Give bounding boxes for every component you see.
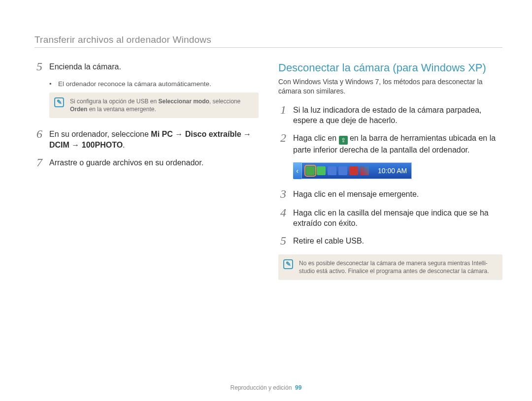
document-page: Transferir archivos al ordenador Windows… bbox=[0, 0, 532, 401]
section-subtitle: Con Windows Vista y Windows 7, los métod… bbox=[278, 77, 502, 96]
safely-remove-hardware-tray-icon bbox=[306, 166, 315, 175]
step-7: 7 Arrastre o guarde archivos en su orden… bbox=[34, 157, 259, 169]
bullet-text: El ordenador reconoce la cámara automáti… bbox=[58, 80, 211, 88]
page-header: Transferir archivos al ordenador Windows bbox=[34, 34, 502, 45]
note-box-usb: Si configura la opción de USB en Selecci… bbox=[49, 93, 259, 118]
left-column: 5 Encienda la cámara. • El ordenador rec… bbox=[34, 62, 259, 291]
step-5: 5 Encienda la cámara. bbox=[34, 62, 259, 73]
note-bold-1: Seleccionar modo bbox=[158, 98, 209, 105]
step-text: En su ordenador, seleccione Mi PC → Disc… bbox=[49, 129, 259, 150]
right-column: Desconectar la cámara (para Windows XP) … bbox=[278, 62, 502, 291]
page-number: 99 bbox=[295, 384, 301, 391]
tray-icon bbox=[328, 166, 336, 175]
note-bold-2: Orden bbox=[70, 106, 87, 113]
two-column-layout: 5 Encienda la cámara. • El ordenador rec… bbox=[34, 62, 502, 291]
taskbar-screenshot: ‹ 10:00 AM bbox=[293, 162, 502, 179]
systray-icons bbox=[302, 166, 373, 175]
step-5-bullet: • El ordenador reconoce la cámara automá… bbox=[49, 80, 259, 88]
step-number: 7 bbox=[34, 156, 44, 168]
step-5-right: 5 Retire el cable USB. bbox=[278, 236, 502, 247]
step-text: Haga clic en en la barra de herramientas… bbox=[293, 133, 502, 155]
security-shield-icon bbox=[360, 166, 369, 175]
tray-icon bbox=[349, 166, 358, 175]
step-2: 2 Haga clic en en la barra de herramient… bbox=[278, 133, 502, 155]
step-text: Haga clic en la casilla del mensaje que … bbox=[293, 208, 502, 229]
step-text: Encienda la cámara. bbox=[49, 62, 259, 73]
note-text: No es posible desconectar la cámara de m… bbox=[299, 260, 489, 275]
step-4: 4 Haga clic en la casilla del mensaje qu… bbox=[278, 208, 502, 229]
note-icon bbox=[54, 97, 64, 107]
note-text-a: Si configura la opción de USB en bbox=[70, 98, 158, 105]
footer-section: Reproducción y edición bbox=[231, 384, 292, 391]
step-number: 1 bbox=[278, 104, 288, 125]
header-rule bbox=[34, 47, 502, 48]
step-text: Haga clic en el mensaje emergente. bbox=[293, 189, 502, 201]
step-text: Si la luz indicadora de estado de la cám… bbox=[293, 105, 502, 126]
step-number: 5 bbox=[34, 61, 44, 72]
step-1: 1 Si la luz indicadora de estado de la c… bbox=[278, 105, 502, 126]
bullet-dot: • bbox=[49, 80, 54, 88]
note-box-intelli-studio: No es posible desconectar la cámara de m… bbox=[278, 254, 502, 280]
step-text: Retire el cable USB. bbox=[293, 236, 502, 247]
step-text: Arrastre o guarde archivos en su ordenad… bbox=[49, 157, 259, 169]
step-number: 4 bbox=[278, 207, 288, 228]
windows-taskbar: ‹ 10:00 AM bbox=[293, 162, 412, 179]
step-6: 6 En su ordenador, seleccione Mi PC → Di… bbox=[34, 129, 259, 150]
tray-icon bbox=[338, 166, 347, 175]
note-icon bbox=[283, 259, 293, 269]
step-number: 2 bbox=[278, 132, 288, 154]
page-footer: Reproducción y edición 99 bbox=[0, 384, 532, 391]
section-heading: Desconectar la cámara (para Windows XP) bbox=[278, 62, 502, 74]
tray-icon bbox=[317, 166, 326, 175]
taskbar-clock: 10:00 AM bbox=[373, 167, 407, 175]
safely-remove-hardware-icon bbox=[339, 136, 348, 145]
note-text-b: , seleccione bbox=[209, 98, 240, 105]
note-text-c: en la ventana emergente. bbox=[87, 106, 156, 113]
step-3: 3 Haga clic en el mensaje emergente. bbox=[278, 189, 502, 201]
step-number: 3 bbox=[278, 188, 288, 200]
step-number: 5 bbox=[278, 235, 288, 247]
step-number: 6 bbox=[34, 128, 44, 149]
taskbar-chevron-icon: ‹ bbox=[293, 162, 302, 179]
